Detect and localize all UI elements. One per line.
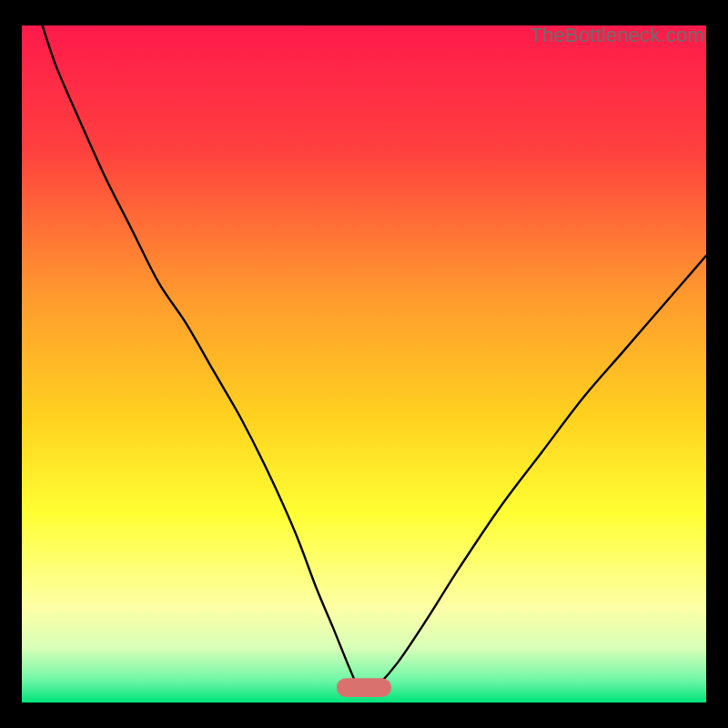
plot-area: TheBottleneck.com (22, 25, 706, 703)
gradient-background (22, 25, 706, 703)
watermark-label: TheBottleneck.com (530, 24, 704, 47)
chart-frame: TheBottleneck.com (9, 9, 719, 719)
bottleneck-marker (337, 678, 391, 697)
bottleneck-chart (22, 25, 706, 703)
